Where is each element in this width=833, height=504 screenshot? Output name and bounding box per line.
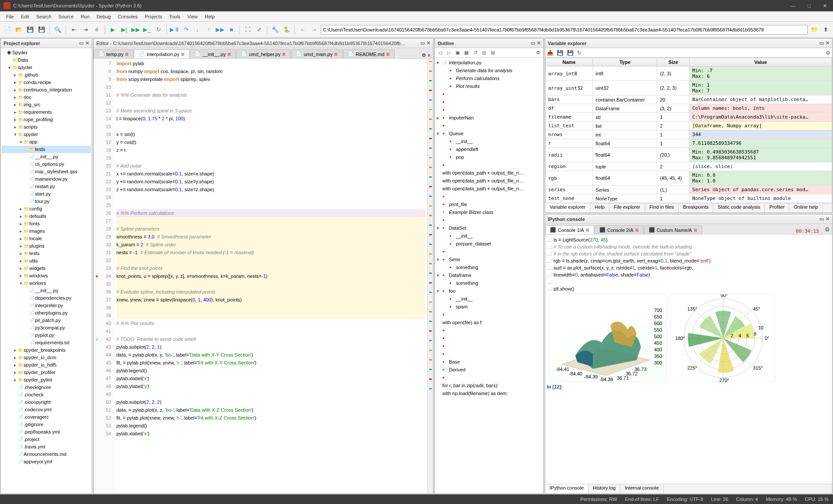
menu-file[interactable]: File <box>3 13 18 20</box>
menu-consoles[interactable]: Consoles <box>114 13 141 20</box>
tree-item[interactable]: 📄.coveragerc <box>2 413 91 421</box>
step-out-icon[interactable]: ↑ <box>204 25 214 35</box>
variable-row[interactable]: array_int8int8(2, 3)Min: -7 Max: 6 <box>546 66 832 81</box>
forward-icon[interactable]: → <box>309 25 319 35</box>
tree-item[interactable]: ▸📁requirements <box>2 108 91 116</box>
outline-item[interactable]: ●pop <box>437 153 542 161</box>
tree-item[interactable]: ▸📁spyder_breakpoints <box>2 346 91 354</box>
outline-item[interactable]: ●__init__ <box>437 232 542 240</box>
tree-item[interactable]: ▸📁config <box>2 205 91 213</box>
variable-row[interactable]: list_testlist2[Dataframe, Numpy array] <box>546 122 832 130</box>
outline-item[interactable]: ●__init__ <box>437 295 542 303</box>
tree-item[interactable]: ▸📁locale <box>2 235 91 242</box>
ve-tab[interactable]: Find in files <box>645 203 679 213</box>
outline-item[interactable]: ●spam <box>437 303 542 311</box>
tree-item[interactable]: 📄.project <box>2 436 91 443</box>
variable-row[interactable]: barscontainer.BarContainer20BarContainer… <box>546 95 832 104</box>
tree-item[interactable]: 📄Announcements.md <box>2 451 91 458</box>
console-tab[interactable]: Internal console <box>620 484 664 494</box>
outline-item[interactable]: ● <box>437 334 542 342</box>
outline-options-icon[interactable]: ⚙ <box>535 50 542 56</box>
tree-item[interactable]: 📄__init__.py <box>2 153 91 161</box>
tree-item[interactable]: 📄py3compat.py <box>2 324 91 332</box>
outline-item[interactable]: ● <box>437 248 542 256</box>
outline-item[interactable]: ▾●DataSet <box>437 224 542 232</box>
editor-tab[interactable]: 📄__init__.py⊠ <box>190 49 236 58</box>
save-icon[interactable]: 💾 <box>25 25 35 35</box>
preferences-icon[interactable]: 🔧 <box>270 25 280 35</box>
tree-item[interactable]: 📄start.py <box>2 190 91 198</box>
outline-item[interactable]: ● <box>437 311 542 318</box>
tree-item[interactable]: ▾📁app <box>2 138 91 146</box>
pane-close-icon[interactable]: ✕ <box>826 216 830 222</box>
rerun-icon[interactable]: ↻ <box>154 25 163 35</box>
menu-debug[interactable]: Debug <box>93 13 114 20</box>
variable-row[interactable]: regiontuple2(slice, slice) <box>546 162 832 171</box>
variable-row[interactable]: radiifloat64(20,)Min: 0.4983036638535687… <box>546 148 832 162</box>
menu-projects[interactable]: Projects <box>141 13 166 20</box>
ve-tab[interactable]: File explorer <box>609 203 645 213</box>
variable-row[interactable]: test_noneNoneType1NoneType object of bui… <box>546 194 832 203</box>
outline-item[interactable]: ●appendleft <box>437 145 542 153</box>
outline-item[interactable]: ●Base <box>437 358 542 366</box>
outline-item[interactable]: with open(data_path + output_file_n… <box>437 185 542 192</box>
debug-icon[interactable]: ▶⏸ <box>170 25 179 35</box>
indent-icon[interactable]: ⇥ <box>80 25 90 35</box>
tree-item[interactable]: ▸📁.github <box>2 71 91 79</box>
outline-item[interactable]: ● <box>437 106 542 114</box>
ipython-tab[interactable]: ⬛Console 1/A⊠ <box>545 225 594 234</box>
outline-expand-all-icon[interactable]: ⊞ <box>489 50 496 56</box>
continue-icon[interactable]: ▶▶ <box>215 25 225 35</box>
ve-tab[interactable]: Profiler <box>765 203 789 213</box>
menu-edit[interactable]: Edit <box>18 13 33 20</box>
ve-tab[interactable]: Help <box>590 203 609 213</box>
outline-item[interactable]: ● <box>437 374 542 382</box>
pythonpath-icon[interactable]: 🐍 <box>282 25 291 35</box>
variable-row[interactable]: dfDataFrame(3, 2)Column names: bools, in… <box>546 104 832 113</box>
ipython-output[interactable]: ...: ls = LightSource(270, 45) ...: # To… <box>545 234 832 484</box>
outline-item[interactable]: with np.load(filename) as dem: <box>437 389 542 397</box>
tree-item[interactable]: ▾📁workers <box>2 280 91 287</box>
tree-item[interactable]: 📄.codecov.yml <box>2 406 91 413</box>
tree-item[interactable]: 📁tests <box>2 146 91 153</box>
tree-item[interactable]: ▸📁scripts <box>2 123 91 131</box>
tree-item[interactable]: ▸📁doc <box>2 94 91 101</box>
tree-item[interactable]: 📄tour.py <box>2 198 91 205</box>
open-file-icon[interactable]: 📂 <box>14 25 24 35</box>
tree-item[interactable]: ▸📁images <box>2 228 91 235</box>
pane-undock-icon[interactable]: ▭ <box>531 40 535 46</box>
step-over-icon[interactable]: ↷ <box>181 25 191 35</box>
variable-table[interactable]: NameTypeSizeValuearray_int8int8(2, 3)Min… <box>545 58 832 203</box>
menu-view[interactable]: View <box>184 13 201 20</box>
save-all-icon[interactable]: 💾 <box>37 25 46 35</box>
tree-item[interactable]: 🕷Spyder <box>2 49 91 56</box>
pane-close-icon[interactable]: ✕ <box>85 40 89 46</box>
code-editor[interactable]: 7891011121314151617181920212223242526272… <box>94 59 433 494</box>
variable-row[interactable]: nrowsint1344 <box>546 130 832 139</box>
tree-item[interactable]: 📄.gitignore <box>2 421 91 428</box>
tree-item[interactable]: 📄restart.py <box>2 183 91 190</box>
editor-tab[interactable]: 📄umd_helper.py⊠ <box>236 49 290 58</box>
outline-item[interactable]: ● <box>437 192 542 200</box>
outline-item[interactable]: ●__init__ <box>437 137 542 145</box>
ve-tab[interactable]: Breakpoints <box>679 203 713 213</box>
outline-item[interactable]: ● <box>437 90 542 98</box>
outline-item[interactable]: ● <box>437 161 542 169</box>
menu-run[interactable]: Run <box>77 13 93 20</box>
editor-tab[interactable]: 📄README.md⊠ <box>343 49 394 58</box>
stop-debug-icon[interactable]: ■ <box>227 25 236 35</box>
tree-item[interactable]: ▸📁widgets <box>2 265 91 272</box>
ve-save-icon[interactable]: 💾 <box>557 50 564 56</box>
outline-item[interactable]: for r, bar in zip(radii, bars): <box>437 382 542 389</box>
search-icon[interactable]: 🔍 <box>53 25 63 35</box>
menu-help[interactable]: Help <box>201 13 218 20</box>
tree-item[interactable]: ▸📁spyder_io_dcm <box>2 354 91 361</box>
tree-item[interactable]: ▾📁spyder <box>2 131 91 138</box>
pane-undock-icon[interactable]: ▭ <box>819 40 824 46</box>
outline-item[interactable]: ● <box>437 326 542 334</box>
run-selection-icon[interactable]: ▶_ <box>142 25 152 35</box>
browse-dir-icon[interactable]: 📁 <box>809 25 819 35</box>
step-into-icon[interactable]: ↓ <box>192 25 202 35</box>
tree-item[interactable]: ▸📁continuous_integration <box>2 86 91 94</box>
outline-item[interactable]: ●Plot results <box>437 82 542 90</box>
